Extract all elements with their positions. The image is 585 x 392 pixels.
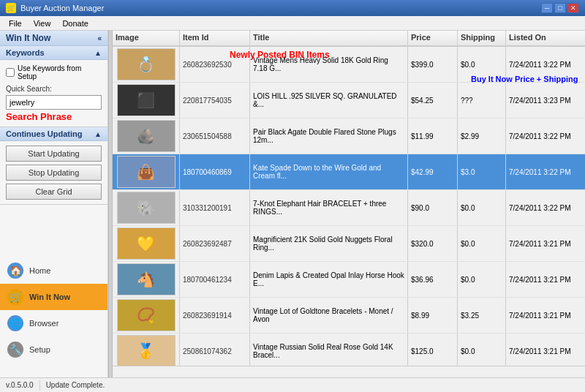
- clear-grid-button[interactable]: Clear Grid: [6, 184, 102, 200]
- cell-shipping: $2.99: [458, 118, 506, 154]
- cell-price: $36.96: [408, 262, 458, 297]
- cell-listed: 7/24/2011 3:21 PM: [506, 333, 585, 366]
- table-row[interactable]: 🐴 180700461234 Denim Lapis & Created Opa…: [113, 262, 585, 298]
- col-header-title: Title: [250, 31, 408, 45]
- maximize-button[interactable]: □: [554, 3, 566, 13]
- sidebar-item-browser[interactable]: 🌐 Browser: [0, 310, 107, 336]
- cell-itemid: 230651504588: [180, 118, 250, 154]
- collapse-icon[interactable]: «: [97, 34, 102, 42]
- cell-price: $54.25: [408, 83, 458, 118]
- cell-price: $90.0: [408, 190, 458, 225]
- cell-itemid: 260823692487: [180, 226, 250, 261]
- cell-itemid: 250861074362: [180, 333, 250, 366]
- win-it-now-header: Win It Now «: [0, 31, 107, 46]
- table-row[interactable]: 💍 260823692530 Vintage Mens Heavy Solid …: [113, 47, 585, 83]
- table-row[interactable]: 👜 180700460869 Kate Spade Down to the Wi…: [113, 154, 585, 190]
- window-icon: 🛒: [6, 3, 16, 13]
- col-header-shipping: Shipping: [458, 31, 506, 45]
- sidebar-item-win-it-now[interactable]: 🛒 Win It Now: [0, 284, 107, 310]
- cell-listed: 7/24/2011 3:23 PM: [506, 83, 585, 118]
- search-phrase-label: Search Phrase: [6, 111, 102, 122]
- setup-icon: 🔧: [7, 342, 23, 358]
- cell-image: 👜: [113, 154, 180, 189]
- sidebar-item-home[interactable]: 🏠 Home: [0, 257, 107, 284]
- horizontal-scrollbar[interactable]: [113, 366, 585, 377]
- quick-search-input[interactable]: [6, 95, 102, 110]
- cell-title: Magnificient 21K Solid Gold Nuggets Flor…: [250, 226, 408, 261]
- menu-file[interactable]: File: [3, 18, 28, 29]
- cell-image: ⬛: [113, 83, 180, 118]
- cell-image: 🪨: [113, 118, 180, 154]
- col-header-itemid: Item Id: [180, 31, 250, 45]
- cell-title: Kate Spade Down to the Wire Gold and Cre…: [250, 154, 408, 189]
- keywords-collapse-icon[interactable]: ▲: [94, 49, 102, 57]
- cell-listed: 7/24/2011 3:22 PM: [506, 154, 585, 189]
- status-message: Update Complete.: [46, 381, 105, 389]
- title-bar: 🛒 Buyer Auction Manager ─ □ ✕: [0, 0, 585, 16]
- menu-donate[interactable]: Donate: [56, 18, 94, 29]
- browser-label: Browser: [29, 319, 58, 328]
- sidebar-nav: 🏠 Home 🛒 Win It Now 🌐 Browser 🔧 Setup: [0, 205, 107, 377]
- cell-title: LOIS HILL .925 SILVER SQ. GRANULATED &..…: [250, 83, 408, 118]
- cell-title: Denim Lapis & Created Opal Inlay Horse H…: [250, 262, 408, 297]
- cell-shipping: $0.0: [458, 190, 506, 225]
- win-it-now-nav-label: Win It Now: [29, 293, 70, 301]
- cell-shipping: $0.0: [458, 333, 506, 366]
- cell-shipping: $3.0: [458, 154, 506, 189]
- cell-image: 💛: [113, 226, 180, 261]
- cell-title: Vintage Mens Heavy Solid 18K Gold Ring 7…: [250, 47, 408, 82]
- cell-listed: 7/24/2011 3:22 PM: [506, 47, 585, 82]
- cell-itemid: 180700461234: [180, 262, 250, 297]
- sidebar: Win It Now « Keywords ▲ Use Keywords fro…: [0, 31, 108, 377]
- menu-bar: File View Donate: [0, 16, 585, 31]
- table-row[interactable]: 🐘 310331200191 7-Knot Elephant Hair BRAC…: [113, 190, 585, 226]
- continues-collapse-icon[interactable]: ▲: [94, 130, 102, 138]
- cell-shipping: $0.0: [458, 47, 506, 82]
- cell-price: $8.99: [408, 298, 458, 333]
- cell-image: 🥇: [113, 333, 180, 366]
- table-row[interactable]: 🥇 250861074362 Vintage Russian Solid Rea…: [113, 333, 585, 366]
- table-body: 💍 260823692530 Vintage Mens Heavy Solid …: [113, 47, 585, 366]
- cell-price: $11.99: [408, 118, 458, 154]
- cell-listed: 7/24/2011 3:22 PM: [506, 190, 585, 225]
- continues-label: Continues Updating: [6, 129, 83, 138]
- table-header: Image Item Id Title Price Shipping Liste…: [113, 31, 585, 47]
- win-it-now-icon: 🛒: [7, 289, 23, 305]
- cell-title: 7-Knot Elephant Hair BRACELET + three RI…: [250, 190, 408, 225]
- cell-image: 🐘: [113, 190, 180, 225]
- keywords-section-header: Keywords ▲: [0, 46, 107, 60]
- cell-listed: 7/24/2011 3:21 PM: [506, 298, 585, 333]
- quick-search-label: Quick Search:: [6, 85, 102, 93]
- window-title: Buyer Auction Manager: [20, 4, 541, 12]
- menu-view[interactable]: View: [28, 18, 57, 29]
- cell-shipping: $0.0: [458, 226, 506, 261]
- cell-itemid: 180700460869: [180, 154, 250, 189]
- table-row[interactable]: 🪨 230651504588 Pair Black Agate Double F…: [113, 118, 585, 154]
- stop-updating-button[interactable]: Stop Updating: [6, 165, 102, 181]
- table-row[interactable]: 💛 260823692487 Magnificient 21K Solid Go…: [113, 226, 585, 262]
- sidebar-item-setup[interactable]: 🔧 Setup: [0, 336, 107, 363]
- close-button[interactable]: ✕: [567, 3, 579, 13]
- table-row[interactable]: 📿 260823691914 Vintage Lot of Goldtone B…: [113, 298, 585, 333]
- use-keywords-checkbox[interactable]: [6, 68, 15, 77]
- cell-itemid: 260823691914: [180, 298, 250, 333]
- status-divider: [39, 380, 40, 391]
- home-label: Home: [29, 266, 50, 275]
- table-row[interactable]: ⬛ 220817754035 LOIS HILL .925 SILVER SQ.…: [113, 83, 585, 118]
- cell-listed: 7/24/2011 3:22 PM: [506, 118, 585, 154]
- win-it-now-title-text: Win It Now: [6, 33, 50, 43]
- cell-price: $125.0: [408, 333, 458, 366]
- start-updating-button[interactable]: Start Updating: [6, 146, 102, 162]
- cell-listed: 7/24/2011 3:21 PM: [506, 226, 585, 261]
- cell-listed: 7/24/2011 3:21 PM: [506, 262, 585, 297]
- cell-shipping: $0.0: [458, 262, 506, 297]
- cell-price: $320.0: [408, 226, 458, 261]
- cell-title: Vintage Russian Solid Real Rose Gold 14K…: [250, 333, 408, 366]
- cell-image: 💍: [113, 47, 180, 82]
- home-icon: 🏠: [7, 263, 23, 279]
- col-header-image: Image: [113, 31, 180, 45]
- browser-icon: 🌐: [7, 315, 23, 331]
- cell-itemid: 310331200191: [180, 190, 250, 225]
- cell-itemid: 220817754035: [180, 83, 250, 118]
- minimize-button[interactable]: ─: [541, 3, 553, 13]
